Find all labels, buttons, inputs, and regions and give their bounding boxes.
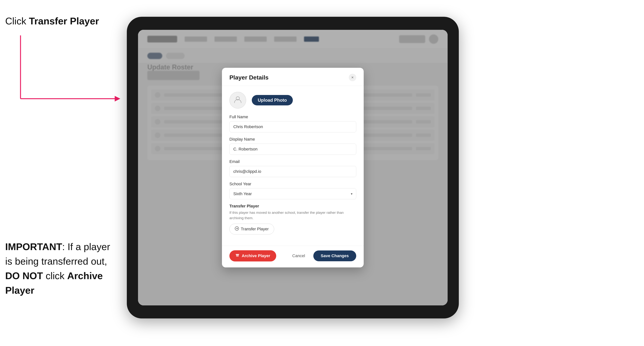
- instruction-prefix: Click: [5, 16, 29, 26]
- close-icon: ×: [351, 75, 354, 80]
- email-group: Email: [230, 159, 356, 177]
- email-label: Email: [230, 159, 356, 164]
- tablet-device: Update Roster Player Details ×: [127, 17, 459, 319]
- user-icon: [234, 95, 242, 105]
- school-year-select-wrapper: First Year Second Year Third Year Fourth…: [230, 188, 356, 199]
- tablet-screen: Update Roster Player Details ×: [138, 30, 448, 305]
- player-details-modal: Player Details ×: [222, 68, 364, 267]
- instruction-top: Click Transfer Player: [5, 15, 99, 27]
- modal-footer: Archive Player Cancel Save Changes: [222, 246, 364, 267]
- full-name-label: Full Name: [230, 115, 356, 119]
- archive-player-button-label: Archive Player: [242, 253, 270, 258]
- display-name-label: Display Name: [230, 137, 356, 142]
- transfer-player-button-label: Transfer Player: [241, 227, 269, 231]
- do-not-label: DO NOT: [5, 270, 43, 281]
- transfer-player-title: Transfer Player: [230, 204, 356, 208]
- transfer-icon: [235, 226, 239, 232]
- upload-photo-button[interactable]: Upload Photo: [252, 95, 293, 105]
- display-name-group: Display Name: [230, 137, 356, 155]
- transfer-player-description: If this player has moved to another scho…: [230, 210, 356, 221]
- full-name-input[interactable]: [230, 121, 356, 132]
- cancel-button[interactable]: Cancel: [288, 250, 310, 261]
- archive-player-button[interactable]: Archive Player: [230, 250, 276, 261]
- transfer-player-section: Transfer Player If this player has moved…: [230, 204, 356, 234]
- save-changes-button[interactable]: Save Changes: [313, 250, 356, 261]
- modal-close-button[interactable]: ×: [349, 74, 356, 81]
- school-year-label: School Year: [230, 181, 356, 186]
- modal-body: Upload Photo Full Name Display Name: [222, 86, 364, 246]
- modal-header: Player Details ×: [222, 68, 364, 86]
- instruction-bottom: IMPORTANT: If a player is being transfer…: [5, 239, 114, 298]
- display-name-input[interactable]: [230, 144, 356, 155]
- svg-rect-5: [236, 254, 239, 255]
- school-year-select[interactable]: First Year Second Year Third Year Fourth…: [230, 188, 356, 199]
- important-label: IMPORTANT: [5, 241, 62, 252]
- avatar-section: Upload Photo: [230, 92, 356, 109]
- avatar-circle: [230, 92, 246, 109]
- transfer-player-button[interactable]: Transfer Player: [230, 224, 274, 234]
- school-year-group: School Year First Year Second Year Third…: [230, 181, 356, 199]
- modal-title: Player Details: [230, 74, 268, 81]
- archive-icon: [235, 253, 240, 258]
- arrow-annotation: [10, 35, 122, 106]
- instruction-bold: Transfer Player: [29, 16, 99, 26]
- svg-marker-2: [115, 96, 120, 102]
- email-input[interactable]: [230, 166, 356, 177]
- modal-overlay: Player Details ×: [138, 30, 448, 305]
- full-name-group: Full Name: [230, 115, 356, 132]
